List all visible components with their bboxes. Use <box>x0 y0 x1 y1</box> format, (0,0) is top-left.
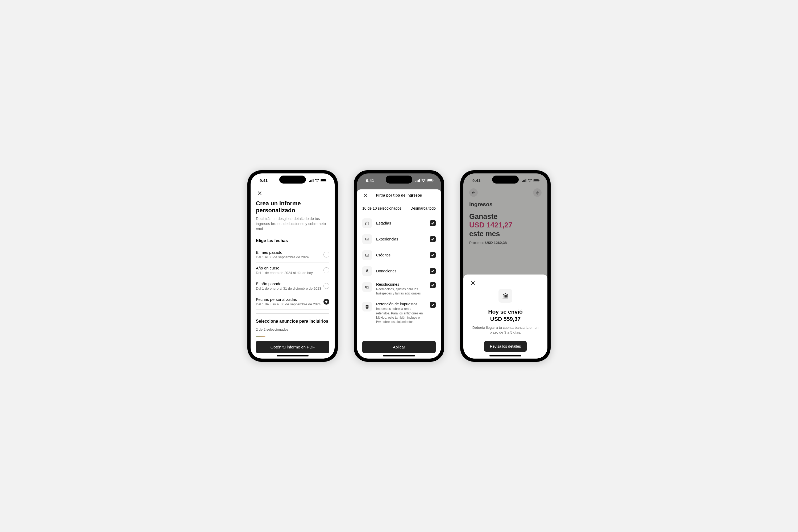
svg-rect-14 <box>365 238 369 240</box>
ribbon-icon <box>362 266 372 276</box>
sent-heading: Hoy se envióUSD 559,37 <box>488 308 523 323</box>
radio-icon <box>323 267 329 273</box>
wifi-icon <box>421 179 425 182</box>
radio-icon <box>323 252 329 258</box>
listings-heading: Selecciona anuncios para incluirlos <box>256 319 329 324</box>
svg-point-15 <box>367 239 367 240</box>
svg-point-20 <box>366 287 367 288</box>
filter-label: Resoluciones <box>376 282 425 286</box>
dynamic-island <box>279 175 306 184</box>
svg-rect-19 <box>365 286 368 288</box>
status-time: 9:41 <box>366 178 374 183</box>
calculator-icon <box>362 302 372 311</box>
filter-label: Donaciones <box>376 269 425 273</box>
checkbox-checked-icon <box>430 220 436 226</box>
svg-rect-5 <box>321 179 326 182</box>
filter-label: Estadías <box>376 221 425 225</box>
option-label: Año en curso <box>256 266 313 270</box>
phone-report: 9:41 Crea un informe personalizado Recib… <box>247 170 338 362</box>
svg-rect-7 <box>416 181 416 182</box>
page-title: Crea un informe personalizado <box>256 200 329 214</box>
ticket-icon <box>362 234 372 244</box>
checkbox-checked-icon <box>430 302 436 308</box>
option-label: El mes pasado <box>256 250 309 254</box>
phone-earnings: 9:41 Ingresos Ganaste USD 1421,27 este m… <box>460 170 551 362</box>
listings-count: 2 de 2 seleccionados <box>256 327 329 331</box>
filter-donations[interactable]: Donaciones <box>357 263 441 279</box>
cellular-icon <box>416 179 420 182</box>
wifi-icon <box>315 179 319 182</box>
selected-count: 10 de 10 seleccionados <box>362 206 401 210</box>
date-option-this-year[interactable]: Año en curso Del 1 de enero de 2024 al d… <box>256 263 329 278</box>
house-chart-icon <box>362 218 372 228</box>
svg-rect-10 <box>419 179 420 182</box>
page-subtitle: Recibirás un desglose detallado de tus i… <box>256 216 329 232</box>
option-sub: Del 1 al 30 de septiembre de 2024 <box>256 255 309 259</box>
filter-experiences[interactable]: Experiencias <box>357 231 441 247</box>
checkbox-checked-icon <box>430 268 436 274</box>
sheet-title: Filtra por tipo de ingresos <box>362 193 436 197</box>
svg-rect-3 <box>313 179 314 182</box>
close-button[interactable] <box>469 279 477 287</box>
svg-point-23 <box>366 307 367 307</box>
home-indicator <box>277 355 308 357</box>
dynamic-island <box>492 175 519 184</box>
filter-credits[interactable]: Créditos <box>357 247 441 263</box>
option-label: El año pasado <box>256 281 321 286</box>
filter-sub: Impuestos sobre la renta retenidos. Para… <box>376 307 425 324</box>
svg-rect-12 <box>428 179 432 182</box>
option-label: Fechas personalizadas <box>256 297 321 302</box>
svg-rect-16 <box>365 254 369 256</box>
svg-rect-8 <box>417 180 418 182</box>
review-details-button[interactable]: Revisa los detalles <box>484 341 527 352</box>
svg-rect-6 <box>327 180 327 181</box>
home-indicator <box>490 355 521 357</box>
filter-taxes[interactable]: Retención de impuestos Impuestos sobre l… <box>357 299 441 327</box>
filter-label: Retención de impuestos <box>376 302 425 306</box>
money-icon <box>362 282 372 292</box>
status-time: 9:41 <box>260 178 268 183</box>
filter-label: Experiencias <box>376 237 425 241</box>
battery-icon <box>427 179 434 182</box>
svg-rect-9 <box>418 179 419 182</box>
home-indicator <box>383 355 415 357</box>
filter-sub: Reembolsos, ajustes para los huéspedes y… <box>376 287 425 296</box>
camera-icon <box>362 250 372 260</box>
svg-point-17 <box>367 255 367 255</box>
svg-rect-0 <box>309 181 310 182</box>
checkbox-checked-icon <box>430 236 436 242</box>
svg-rect-13 <box>433 180 434 181</box>
checkbox-checked-icon <box>430 252 436 258</box>
apply-button[interactable]: Aplicar <box>362 341 436 353</box>
radio-icon-selected <box>323 299 329 305</box>
date-option-last-year[interactable]: El año pasado Del 1 de enero al 31 de di… <box>256 278 329 294</box>
dates-heading: Elige las fechas <box>256 238 329 243</box>
svg-point-25 <box>366 307 367 308</box>
payout-sheet: Hoy se envióUSD 559,37 Debería llegar a … <box>463 274 547 359</box>
svg-point-18 <box>366 269 367 270</box>
filter-label: Créditos <box>376 253 425 257</box>
option-sub: Del 1 de enero de 2024 al día de hoy <box>256 271 313 275</box>
svg-rect-1 <box>310 180 311 182</box>
deselect-all-link[interactable]: Desmarca todo <box>411 206 436 210</box>
close-button[interactable] <box>256 189 263 197</box>
checkbox-checked-icon <box>430 282 436 288</box>
date-option-custom[interactable]: Fechas personalizadas Del 1 de julio al … <box>256 294 329 310</box>
svg-rect-2 <box>311 179 312 182</box>
phone-filter: 9:41 Filtra por tipo de ingresos 10 de 1… <box>354 170 444 362</box>
filter-resolutions[interactable]: Resoluciones Reembolsos, ajustes para lo… <box>357 279 441 299</box>
date-option-last-month[interactable]: El mes pasado Del 1 al 30 de septiembre … <box>256 247 329 263</box>
radio-icon <box>323 283 329 289</box>
svg-rect-22 <box>366 306 367 306</box>
sent-body: Debería llegar a tu cuenta bancaria en u… <box>472 325 539 336</box>
filter-stays[interactable]: Estadías <box>357 215 441 231</box>
get-pdf-button[interactable]: Obtén tu informe en PDF <box>256 341 329 353</box>
option-sub: Del 1 de julio al 30 de septiembre de 20… <box>256 302 321 306</box>
bank-icon <box>498 289 512 303</box>
option-sub: Del 1 de enero al 31 de diciembre de 202… <box>256 286 321 290</box>
dynamic-island <box>386 175 412 184</box>
cellular-icon <box>309 179 314 182</box>
battery-icon <box>321 179 327 182</box>
close-button[interactable] <box>362 191 369 199</box>
listing-thumbnail <box>256 336 265 337</box>
